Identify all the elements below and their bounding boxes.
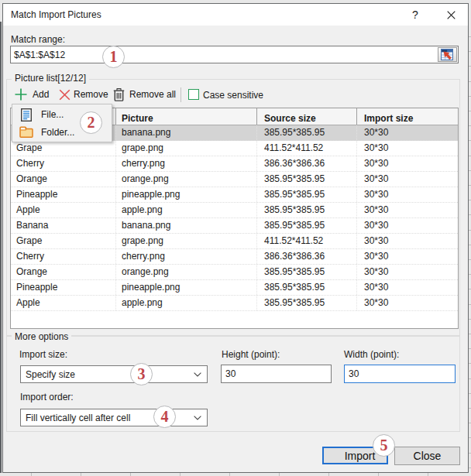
table-row[interactable]: Orangeorange.png385.95*385.9530*30 (11, 172, 458, 187)
table-cell: Banana (11, 218, 116, 233)
table-cell: 386.36*386.36 (257, 249, 357, 264)
table-cell: 385.95*385.95 (257, 125, 357, 140)
import-button-label: Import (345, 450, 376, 462)
height-input[interactable]: 30 (221, 365, 332, 383)
width-value: 30 (349, 368, 359, 379)
menu-item-file-label: File... (41, 109, 64, 120)
table-cell: banana.png (116, 218, 257, 233)
excel-col-tick (428, 473, 428, 476)
width-input[interactable]: 30 (344, 365, 456, 383)
table-cell: 385.95*385.95 (257, 296, 357, 310)
table-row[interactable]: Cherrycherry.png386.36*386.3630*30 (11, 249, 458, 265)
range-picker-button[interactable] (438, 47, 457, 62)
table-cell: 30*30 (357, 280, 455, 295)
table-cell: orange.png (116, 172, 257, 187)
annotation-2: 2 (80, 111, 102, 134)
annotation-3: 3 (130, 363, 153, 385)
import-size-label: Import size: (19, 349, 67, 360)
excel-window-edge (0, 22, 2, 473)
screenshot-stage: Match Import Pictures ? Match range: $A$… (0, 0, 471, 476)
more-options-group-label: More options (12, 331, 71, 342)
remove-icon (59, 89, 70, 101)
table-cell: Apple (11, 203, 116, 217)
picture-table-body: Bananabanana.png385.95*385.9530*30Grapeg… (11, 125, 458, 311)
table-cell: Grape (11, 141, 116, 156)
add-icon (15, 88, 27, 101)
menu-item-folder-label: Folder... (41, 127, 74, 138)
column-header-source-size[interactable]: Source size (257, 108, 357, 125)
case-sensitive-label: Case sensitive (203, 90, 263, 101)
close-icon (447, 11, 456, 19)
table-cell: 385.95*385.95 (257, 203, 357, 217)
excel-col-tick (31, 473, 32, 476)
table-row[interactable]: Grapegrape.png411.52*411.5230*30 (11, 141, 458, 156)
trash-icon (113, 88, 125, 101)
table-cell: 411.52*411.52 (257, 141, 357, 156)
import-order-value: Fill vertically cell after cell (26, 413, 130, 423)
excel-col-tick (328, 473, 329, 476)
table-cell: grape.png (116, 141, 257, 156)
annotation-1: 1 (102, 46, 125, 68)
table-cell: apple.png (116, 296, 257, 310)
add-label: Add (33, 89, 49, 100)
column-header-import-size[interactable]: Import size (357, 108, 455, 125)
table-cell: 30*30 (357, 203, 455, 217)
add-button[interactable]: Add (15, 86, 49, 103)
table-cell: 30*30 (357, 234, 455, 248)
picture-list-group-label: Picture list[12/12] (12, 73, 89, 84)
table-cell: 30*30 (357, 296, 455, 310)
import-order-select[interactable]: Fill vertically cell after cell (20, 409, 208, 426)
table-row[interactable]: Pineapplepineapple.png385.95*385.9530*30 (11, 280, 458, 296)
close-button-label: Close (414, 450, 442, 462)
chevron-down-icon (194, 372, 201, 377)
table-row[interactable]: Bananabanana.png385.95*385.9530*30 (11, 218, 458, 234)
column-header-picture[interactable]: Picture (116, 108, 257, 125)
table-cell: 30*30 (357, 156, 455, 171)
remove-label: Remove (74, 89, 108, 100)
table-cell: 385.95*385.95 (257, 218, 357, 233)
dialog-title: Match Import Pictures (11, 9, 101, 20)
remove-all-button[interactable]: Remove all (113, 86, 176, 103)
excel-col-tick (130, 473, 131, 476)
table-cell: pineapple.png (116, 280, 257, 295)
table-cell: Orange (11, 172, 116, 187)
match-range-value: $A$1:$A$12 (14, 50, 65, 60)
import-size-select[interactable]: Specify size (20, 365, 208, 383)
help-button[interactable]: ? (404, 4, 426, 26)
height-value: 30 (225, 368, 236, 379)
help-icon: ? (412, 9, 418, 21)
table-row[interactable]: Orangeorange.png385.95*385.9530*30 (11, 265, 458, 280)
table-row[interactable]: Pineapplepineapple.png385.95*385.9530*30 (11, 187, 458, 203)
table-row[interactable]: Cherrycherry.png386.36*386.3630*30 (11, 156, 458, 172)
table-cell: 30*30 (357, 265, 455, 279)
case-sensitive-checkbox[interactable] (188, 89, 199, 100)
remove-button[interactable]: Remove (59, 86, 108, 103)
table-row[interactable]: Appleapple.png385.95*385.9530*30 (11, 296, 458, 311)
table-cell: Cherry (11, 249, 116, 264)
range-picker-icon (441, 49, 454, 60)
table-cell: 30*30 (357, 218, 455, 233)
excel-col-tick (81, 473, 81, 476)
table-row[interactable]: Grapegrape.png411.52*411.5230*30 (11, 234, 458, 249)
table-cell: Grape (11, 234, 116, 248)
excel-col-tick (279, 473, 280, 476)
annotation-4: 4 (153, 406, 176, 428)
table-cell: 385.95*385.95 (257, 172, 357, 187)
annotation-5: 5 (373, 434, 395, 457)
table-cell: Pineapple (11, 280, 116, 295)
table-cell: pineapple.png (116, 187, 257, 202)
import-order-label: Import order: (20, 392, 74, 402)
table-row[interactable]: Appleapple.png385.95*385.9530*30 (11, 203, 458, 218)
excel-col-tick (229, 473, 230, 476)
close-dialog-button[interactable]: Close (394, 447, 460, 465)
table-cell: Cherry (11, 156, 116, 171)
match-range-input[interactable]: $A$1:$A$12 (10, 46, 459, 63)
width-label: Width (point): (344, 349, 399, 360)
table-cell: 385.95*385.95 (257, 265, 357, 279)
table-cell: Apple (11, 296, 116, 310)
close-button[interactable] (438, 4, 463, 26)
chevron-down-icon (194, 416, 201, 420)
remove-all-label: Remove all (129, 89, 176, 100)
table-cell: Pineapple (11, 187, 116, 202)
table-cell: 411.52*411.52 (257, 234, 357, 248)
